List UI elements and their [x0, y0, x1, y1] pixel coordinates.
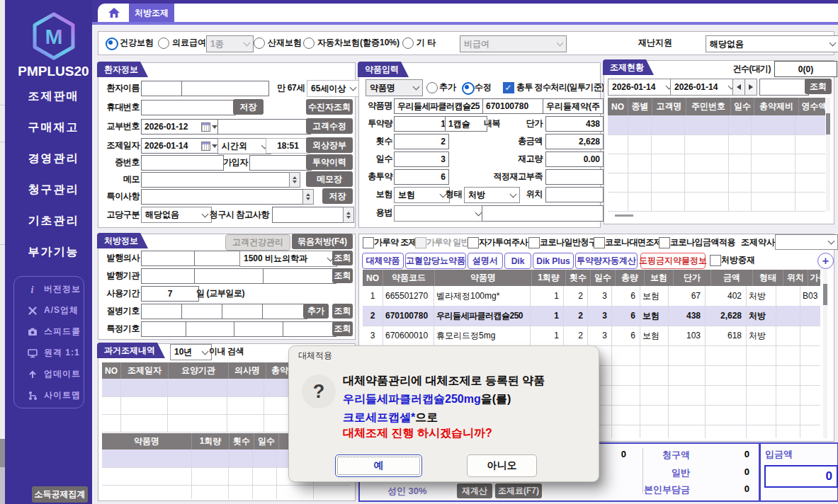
- radio-industrial-insurance[interactable]: [254, 38, 265, 49]
- sidebar-item-extra[interactable]: 부가기능: [10, 245, 97, 260]
- sidebar-item-sitemap[interactable]: 사이트맵: [28, 389, 81, 401]
- memo-pad-button[interactable]: 메모장: [306, 171, 353, 187]
- fee-button[interactable]: 조제료(F7): [495, 483, 542, 498]
- powder-general-checkbox[interactable]: [415, 237, 426, 248]
- location-input[interactable]: [545, 187, 604, 202]
- radio-car-insurance[interactable]: [303, 38, 315, 49]
- deposit-input[interactable]: 0: [764, 465, 838, 488]
- drug-table-vscrollbar[interactable]: [823, 270, 827, 438]
- times-input[interactable]: 2: [394, 134, 449, 149]
- radio-etc[interactable]: [402, 38, 414, 49]
- sidebar-item-dispense-sales[interactable]: 조제판매: [10, 89, 97, 104]
- status-search-input[interactable]: [759, 79, 809, 96]
- special-search-button[interactable]: 조회: [332, 321, 353, 336]
- disease-code3-input[interactable]: [222, 304, 267, 319]
- status-hscrollbar[interactable]: [615, 214, 633, 217]
- time-type-dropdown[interactable]: 시간외: [217, 138, 271, 154]
- no-button[interactable]: 아니오: [467, 454, 537, 477]
- status-search-button[interactable]: 조회: [805, 79, 832, 94]
- radio-drug-add[interactable]: [426, 82, 438, 93]
- status-row[interactable]: [608, 115, 825, 135]
- prev-button[interactable]: [732, 79, 745, 96]
- disease-add-button[interactable]: 추가: [303, 304, 329, 319]
- powder-dispense-checkbox[interactable]: [363, 237, 374, 248]
- leaflet-button[interactable]: 설명서: [468, 253, 503, 269]
- disease-code4-input[interactable]: [262, 304, 307, 319]
- phone-input[interactable]: [141, 100, 236, 115]
- customer-health-button[interactable]: 고객건강관리: [225, 234, 290, 251]
- period-input[interactable]: 7: [141, 286, 199, 302]
- claim-note-input[interactable]: [272, 207, 350, 223]
- tab-prescription[interactable]: 처방조제: [129, 4, 174, 22]
- claim-note-spinner[interactable]: [343, 207, 354, 223]
- integer-process-checkbox[interactable]: [503, 82, 514, 93]
- subscriber-input[interactable]: [249, 155, 312, 171]
- grade-dropdown[interactable]: 1종: [206, 35, 254, 52]
- sidebar-item-billing[interactable]: 청구관리: [10, 183, 97, 197]
- sidebar-item-version[interactable]: i 버전정보: [28, 283, 81, 295]
- etc-type-dropdown[interactable]: 비급여: [460, 35, 567, 52]
- auto-dose-calc-button[interactable]: 투약량자동계산: [575, 253, 638, 269]
- status-date-from[interactable]: 2026-01-14: [608, 79, 676, 96]
- org-search-button[interactable]: 조회: [332, 268, 353, 283]
- self-injection-checkbox[interactable]: [468, 237, 479, 248]
- doctor-code-input[interactable]: [141, 251, 199, 266]
- drug-name-input[interactable]: 우리들세파클러캡슐25: [394, 98, 487, 114]
- income-deduction-button[interactable]: 소득공제집계: [32, 486, 88, 503]
- sidebar-item-basic[interactable]: 기초관리: [10, 214, 97, 229]
- sidebar-item-purchase-stock[interactable]: 구매재고: [10, 120, 97, 135]
- unit-price-input[interactable]: 438: [545, 116, 604, 132]
- form-dropdown[interactable]: 처방: [464, 187, 520, 203]
- special-code4-input[interactable]: [283, 321, 336, 337]
- history-range-dropdown[interactable]: 10년: [170, 344, 212, 360]
- days-input[interactable]: 3: [394, 151, 449, 167]
- status-vscrollbar[interactable]: [826, 98, 830, 211]
- org-code-input[interactable]: [141, 268, 199, 284]
- next-button[interactable]: [744, 79, 757, 96]
- usage-input[interactable]: [482, 205, 604, 222]
- note-save-button[interactable]: 저장: [322, 188, 353, 204]
- corona-facetoface-checkbox[interactable]: [594, 237, 605, 248]
- doping-info-button[interactable]: 도핑금지약물정보: [640, 253, 706, 269]
- sidebar-item-update[interactable]: 업데이트: [28, 368, 81, 380]
- patient-lookup-button[interactable]: 수진자조회: [306, 99, 353, 115]
- org-name-input[interactable]: [194, 268, 268, 284]
- doctor-name-input[interactable]: [194, 251, 244, 266]
- calendar-icon[interactable]: [201, 142, 217, 151]
- special-code2-input[interactable]: [186, 321, 239, 337]
- special-note-spinner[interactable]: [302, 189, 314, 205]
- patient-name2-input[interactable]: [181, 81, 269, 96]
- patient-name-input[interactable]: [141, 81, 187, 96]
- total-dose-input[interactable]: 6: [394, 169, 449, 185]
- special-code1-input[interactable]: [141, 321, 191, 337]
- pharmacist-dropdown[interactable]: [775, 234, 838, 250]
- sidebar-item-management[interactable]: 경영관리: [10, 151, 97, 166]
- special-code3-input[interactable]: [234, 321, 288, 337]
- phone-save-button[interactable]: 저장: [233, 99, 264, 115]
- disease-code1-input[interactable]: [141, 304, 186, 319]
- drug-search-type-dropdown[interactable]: 약품명: [366, 79, 423, 96]
- intervention-checkbox[interactable]: [710, 255, 721, 266]
- sidebar-item-remote[interactable]: 원격 1:1: [28, 347, 80, 359]
- alternative-drug-button[interactable]: 대체약품: [362, 253, 404, 269]
- department-dropdown[interactable]: 1500 비뇨의학과: [239, 251, 337, 267]
- recalc-button[interactable]: 재계산: [457, 483, 492, 498]
- bundle-prescription-button[interactable]: 묶음처방(F4): [292, 234, 353, 249]
- corona-general-checkbox[interactable]: [528, 237, 540, 248]
- disease-search-button[interactable]: 조회: [332, 304, 353, 319]
- dose-input[interactable]: 1: [394, 116, 449, 132]
- disease-code2-input[interactable]: [181, 304, 227, 319]
- customer-edit-button[interactable]: 고객수정: [306, 118, 353, 134]
- special-note-input[interactable]: [141, 189, 310, 205]
- stock-input[interactable]: 0.00: [545, 151, 604, 167]
- cert-no-input[interactable]: [141, 155, 224, 171]
- memo-input[interactable]: [141, 172, 296, 188]
- radio-health-insurance[interactable]: [106, 38, 118, 50]
- medication-history-button[interactable]: 투약이력: [306, 154, 353, 170]
- status-date-to[interactable]: 2026-01-14: [670, 79, 738, 96]
- insurance-dropdown[interactable]: 보험: [394, 187, 450, 203]
- issue-no-input[interactable]: [217, 119, 311, 134]
- drug-code-input[interactable]: 670100780: [482, 98, 548, 114]
- disaster-support-dropdown[interactable]: 해당없음: [706, 35, 838, 52]
- home-tab[interactable]: [98, 4, 129, 22]
